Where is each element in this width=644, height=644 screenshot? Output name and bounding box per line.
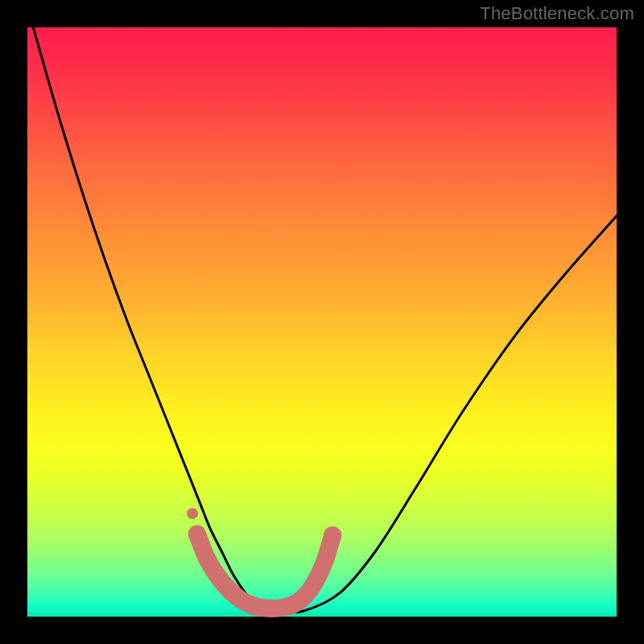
highlight-dot [263,600,281,617]
highlight-dot [228,588,246,605]
highlight-dot [316,550,334,568]
highlight-dot [281,597,299,615]
watermark-text: TheBottleneck.com [480,3,634,24]
bottleneck-curve [33,27,617,613]
highlight-dot [308,572,325,589]
bottom-highlight [187,508,341,617]
chart-frame: TheBottleneck.com [0,0,644,644]
highlight-dot [198,550,216,568]
highlight-dot [212,572,229,589]
highlight-dot [295,588,313,605]
plot-area [27,27,617,617]
curve-layer [27,27,617,617]
highlight-dot [246,597,263,615]
highlight-dot [324,526,341,544]
highlight-isolated-dot [187,508,198,519]
highlight-dot [188,526,206,543]
